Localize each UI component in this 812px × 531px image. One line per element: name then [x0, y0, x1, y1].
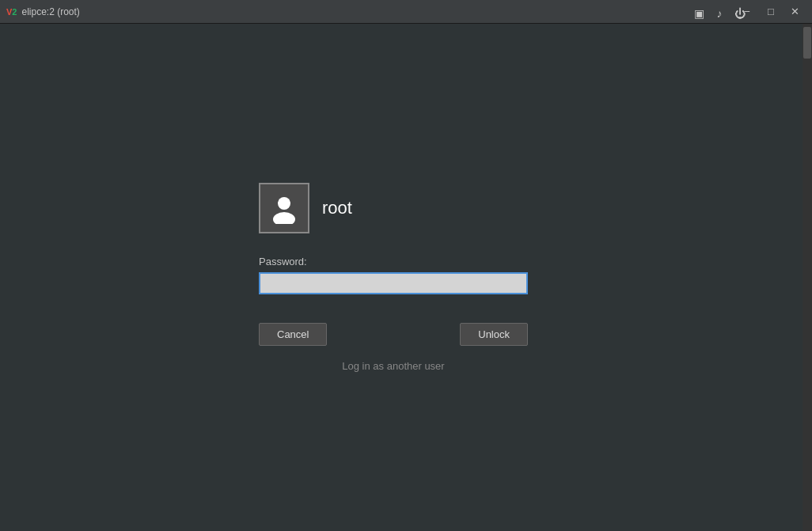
scrollbar-thumb[interactable]: [803, 27, 811, 59]
password-label: Password:: [259, 256, 307, 267]
svg-point-0: [278, 197, 290, 210]
user-icon: [268, 192, 300, 224]
password-input[interactable]: [259, 272, 528, 294]
svg-point-1: [273, 212, 295, 224]
power-tray-icon[interactable]: ⏻: [731, 5, 749, 22]
unlock-button[interactable]: Unlock: [460, 323, 528, 346]
buttons-row: Cancel Unlock: [259, 323, 528, 346]
system-tray: ▣ ♪ ⏻: [690, 5, 749, 22]
main-content: root Password: Cancel Unlock Log in as a…: [0, 24, 803, 531]
maximize-button[interactable]: □: [760, 3, 782, 21]
user-row: root: [259, 183, 352, 233]
lock-dialog: root Password: Cancel Unlock Log in as a…: [259, 183, 544, 372]
avatar: [259, 183, 309, 233]
username-label: root: [322, 198, 352, 218]
cancel-button[interactable]: Cancel: [259, 323, 327, 346]
app-logo: V2: [6, 7, 17, 17]
close-button[interactable]: ✕: [784, 3, 806, 21]
titlebar-left: V2 elipce:2 (root): [6, 6, 80, 17]
volume-tray-icon[interactable]: ♪: [711, 5, 728, 22]
scrollbar[interactable]: [803, 24, 812, 531]
screen-tray-icon[interactable]: ▣: [690, 5, 708, 22]
titlebar-title: elipce:2 (root): [21, 6, 79, 17]
login-another-user-link[interactable]: Log in as another user: [259, 360, 528, 372]
